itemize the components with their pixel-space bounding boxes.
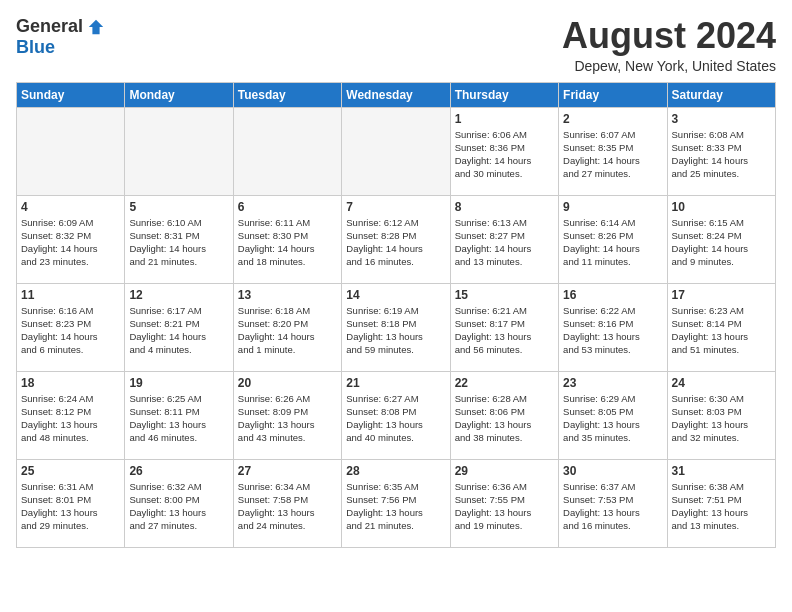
day-info: Sunrise: 6:38 AM Sunset: 7:51 PM Dayligh… xyxy=(672,480,771,533)
day-info: Sunrise: 6:36 AM Sunset: 7:55 PM Dayligh… xyxy=(455,480,554,533)
day-number: 29 xyxy=(455,464,554,478)
calendar-cell: 30Sunrise: 6:37 AM Sunset: 7:53 PM Dayli… xyxy=(559,459,667,547)
day-number: 18 xyxy=(21,376,120,390)
calendar-cell xyxy=(233,107,341,195)
calendar-cell: 5Sunrise: 6:10 AM Sunset: 8:31 PM Daylig… xyxy=(125,195,233,283)
day-info: Sunrise: 6:26 AM Sunset: 8:09 PM Dayligh… xyxy=(238,392,337,445)
day-info: Sunrise: 6:31 AM Sunset: 8:01 PM Dayligh… xyxy=(21,480,120,533)
day-number: 5 xyxy=(129,200,228,214)
day-info: Sunrise: 6:12 AM Sunset: 8:28 PM Dayligh… xyxy=(346,216,445,269)
day-info: Sunrise: 6:29 AM Sunset: 8:05 PM Dayligh… xyxy=(563,392,662,445)
day-info: Sunrise: 6:18 AM Sunset: 8:20 PM Dayligh… xyxy=(238,304,337,357)
day-info: Sunrise: 6:35 AM Sunset: 7:56 PM Dayligh… xyxy=(346,480,445,533)
day-info: Sunrise: 6:08 AM Sunset: 8:33 PM Dayligh… xyxy=(672,128,771,181)
calendar-table: SundayMondayTuesdayWednesdayThursdayFrid… xyxy=(16,82,776,548)
page-header: General Blue August 2024 Depew, New York… xyxy=(16,16,776,74)
location-text: Depew, New York, United States xyxy=(562,58,776,74)
calendar-cell: 25Sunrise: 6:31 AM Sunset: 8:01 PM Dayli… xyxy=(17,459,125,547)
logo-general-text: General xyxy=(16,16,83,37)
day-number: 1 xyxy=(455,112,554,126)
calendar-cell: 13Sunrise: 6:18 AM Sunset: 8:20 PM Dayli… xyxy=(233,283,341,371)
calendar-cell: 3Sunrise: 6:08 AM Sunset: 8:33 PM Daylig… xyxy=(667,107,775,195)
day-info: Sunrise: 6:13 AM Sunset: 8:27 PM Dayligh… xyxy=(455,216,554,269)
day-number: 19 xyxy=(129,376,228,390)
calendar-cell: 8Sunrise: 6:13 AM Sunset: 8:27 PM Daylig… xyxy=(450,195,558,283)
day-number: 4 xyxy=(21,200,120,214)
calendar-week-4: 18Sunrise: 6:24 AM Sunset: 8:12 PM Dayli… xyxy=(17,371,776,459)
day-info: Sunrise: 6:22 AM Sunset: 8:16 PM Dayligh… xyxy=(563,304,662,357)
day-info: Sunrise: 6:30 AM Sunset: 8:03 PM Dayligh… xyxy=(672,392,771,445)
day-number: 13 xyxy=(238,288,337,302)
calendar-cell: 7Sunrise: 6:12 AM Sunset: 8:28 PM Daylig… xyxy=(342,195,450,283)
calendar-cell: 19Sunrise: 6:25 AM Sunset: 8:11 PM Dayli… xyxy=(125,371,233,459)
calendar-cell: 28Sunrise: 6:35 AM Sunset: 7:56 PM Dayli… xyxy=(342,459,450,547)
calendar-cell: 14Sunrise: 6:19 AM Sunset: 8:18 PM Dayli… xyxy=(342,283,450,371)
day-number: 28 xyxy=(346,464,445,478)
calendar-cell: 9Sunrise: 6:14 AM Sunset: 8:26 PM Daylig… xyxy=(559,195,667,283)
day-info: Sunrise: 6:15 AM Sunset: 8:24 PM Dayligh… xyxy=(672,216,771,269)
day-info: Sunrise: 6:32 AM Sunset: 8:00 PM Dayligh… xyxy=(129,480,228,533)
calendar-cell: 21Sunrise: 6:27 AM Sunset: 8:08 PM Dayli… xyxy=(342,371,450,459)
header-sunday: Sunday xyxy=(17,82,125,107)
day-info: Sunrise: 6:16 AM Sunset: 8:23 PM Dayligh… xyxy=(21,304,120,357)
day-number: 17 xyxy=(672,288,771,302)
day-info: Sunrise: 6:27 AM Sunset: 8:08 PM Dayligh… xyxy=(346,392,445,445)
day-number: 10 xyxy=(672,200,771,214)
day-number: 2 xyxy=(563,112,662,126)
calendar-cell xyxy=(17,107,125,195)
day-number: 21 xyxy=(346,376,445,390)
day-info: Sunrise: 6:34 AM Sunset: 7:58 PM Dayligh… xyxy=(238,480,337,533)
day-number: 26 xyxy=(129,464,228,478)
header-friday: Friday xyxy=(559,82,667,107)
header-monday: Monday xyxy=(125,82,233,107)
day-info: Sunrise: 6:23 AM Sunset: 8:14 PM Dayligh… xyxy=(672,304,771,357)
day-info: Sunrise: 6:09 AM Sunset: 8:32 PM Dayligh… xyxy=(21,216,120,269)
calendar-cell: 4Sunrise: 6:09 AM Sunset: 8:32 PM Daylig… xyxy=(17,195,125,283)
day-number: 20 xyxy=(238,376,337,390)
day-number: 15 xyxy=(455,288,554,302)
calendar-cell: 22Sunrise: 6:28 AM Sunset: 8:06 PM Dayli… xyxy=(450,371,558,459)
calendar-cell: 6Sunrise: 6:11 AM Sunset: 8:30 PM Daylig… xyxy=(233,195,341,283)
month-title: August 2024 xyxy=(562,16,776,56)
calendar-cell xyxy=(125,107,233,195)
calendar-cell: 20Sunrise: 6:26 AM Sunset: 8:09 PM Dayli… xyxy=(233,371,341,459)
calendar-cell: 16Sunrise: 6:22 AM Sunset: 8:16 PM Dayli… xyxy=(559,283,667,371)
calendar-cell: 11Sunrise: 6:16 AM Sunset: 8:23 PM Dayli… xyxy=(17,283,125,371)
day-info: Sunrise: 6:14 AM Sunset: 8:26 PM Dayligh… xyxy=(563,216,662,269)
calendar-cell: 1Sunrise: 6:06 AM Sunset: 8:36 PM Daylig… xyxy=(450,107,558,195)
day-info: Sunrise: 6:37 AM Sunset: 7:53 PM Dayligh… xyxy=(563,480,662,533)
header-saturday: Saturday xyxy=(667,82,775,107)
day-number: 9 xyxy=(563,200,662,214)
calendar-cell: 27Sunrise: 6:34 AM Sunset: 7:58 PM Dayli… xyxy=(233,459,341,547)
header-tuesday: Tuesday xyxy=(233,82,341,107)
calendar-cell xyxy=(342,107,450,195)
day-info: Sunrise: 6:19 AM Sunset: 8:18 PM Dayligh… xyxy=(346,304,445,357)
day-number: 16 xyxy=(563,288,662,302)
day-number: 22 xyxy=(455,376,554,390)
header-thursday: Thursday xyxy=(450,82,558,107)
day-number: 7 xyxy=(346,200,445,214)
day-info: Sunrise: 6:07 AM Sunset: 8:35 PM Dayligh… xyxy=(563,128,662,181)
calendar-header-row: SundayMondayTuesdayWednesdayThursdayFrid… xyxy=(17,82,776,107)
calendar-cell: 18Sunrise: 6:24 AM Sunset: 8:12 PM Dayli… xyxy=(17,371,125,459)
day-info: Sunrise: 6:25 AM Sunset: 8:11 PM Dayligh… xyxy=(129,392,228,445)
day-info: Sunrise: 6:28 AM Sunset: 8:06 PM Dayligh… xyxy=(455,392,554,445)
calendar-cell: 2Sunrise: 6:07 AM Sunset: 8:35 PM Daylig… xyxy=(559,107,667,195)
day-info: Sunrise: 6:21 AM Sunset: 8:17 PM Dayligh… xyxy=(455,304,554,357)
logo-blue-text: Blue xyxy=(16,37,55,58)
day-number: 11 xyxy=(21,288,120,302)
title-area: August 2024 Depew, New York, United Stat… xyxy=(562,16,776,74)
day-number: 30 xyxy=(563,464,662,478)
calendar-cell: 31Sunrise: 6:38 AM Sunset: 7:51 PM Dayli… xyxy=(667,459,775,547)
svg-marker-0 xyxy=(89,19,103,33)
day-number: 3 xyxy=(672,112,771,126)
calendar-cell: 23Sunrise: 6:29 AM Sunset: 8:05 PM Dayli… xyxy=(559,371,667,459)
day-number: 27 xyxy=(238,464,337,478)
calendar-week-1: 1Sunrise: 6:06 AM Sunset: 8:36 PM Daylig… xyxy=(17,107,776,195)
calendar-cell: 26Sunrise: 6:32 AM Sunset: 8:00 PM Dayli… xyxy=(125,459,233,547)
day-number: 8 xyxy=(455,200,554,214)
day-info: Sunrise: 6:17 AM Sunset: 8:21 PM Dayligh… xyxy=(129,304,228,357)
logo: General Blue xyxy=(16,16,105,58)
day-info: Sunrise: 6:10 AM Sunset: 8:31 PM Dayligh… xyxy=(129,216,228,269)
calendar-week-5: 25Sunrise: 6:31 AM Sunset: 8:01 PM Dayli… xyxy=(17,459,776,547)
